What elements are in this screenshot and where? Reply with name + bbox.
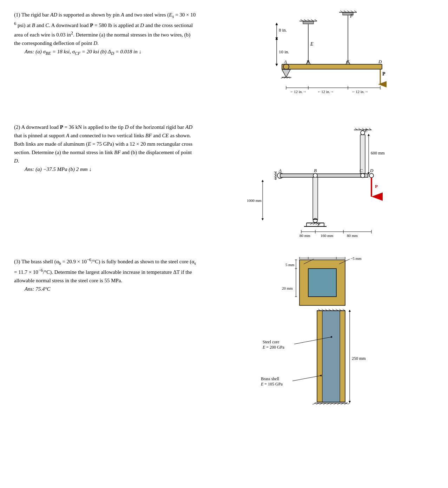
problem-1-ans: Ans: (a) σBE = 18 ksi, σCF = 20 ksi (b) … <box>25 47 197 57</box>
dim-12a: ←12 in.→ <box>290 90 307 94</box>
label-B: B <box>307 59 309 64</box>
svg-line-98 <box>312 403 316 404</box>
svg-point-56 <box>313 218 317 223</box>
page: (1) The rigid bar AD is supported as sho… <box>0 0 448 425</box>
dim-20mm-left: 20 mm <box>282 286 293 290</box>
problem-3-text: (3) The brass shell (αb = 20.9 × 10−6/°C… <box>14 256 197 293</box>
dim-1000mm: 1000 mm <box>247 198 262 203</box>
problem-3-ans: Ans: 75.4°C <box>25 285 197 293</box>
dim-12b: ←12 in.→ <box>317 90 334 94</box>
problem-1-statement: (1) The rigid bar AD is supported as sho… <box>14 11 197 47</box>
dim-8in: 8 in. <box>279 27 287 33</box>
label-A2: A <box>278 168 282 173</box>
label-steel-E: E = 200 GPa <box>262 345 284 350</box>
dim-160mm: 160 mm <box>321 233 334 238</box>
dim-5mm-a: 5 mm <box>300 256 309 257</box>
dim-80mm-a: 80 mm <box>299 233 310 238</box>
label-C2: C <box>360 168 363 173</box>
svg-rect-51 <box>280 174 368 177</box>
dim-5mm-c: 5 mm <box>285 263 295 267</box>
dim-12c: ←12 in.→ <box>352 90 368 94</box>
problem-2-text: (2) A downward load P = 36 kN is applied… <box>14 123 197 173</box>
svg-line-108 <box>348 403 350 404</box>
label-C: C <box>346 59 349 64</box>
dim-250mm: 250 mm <box>352 356 366 361</box>
label-D2: D <box>370 168 374 173</box>
problem-1-text: (1) The rigid bar AD is supported as sho… <box>14 11 197 57</box>
label-B2: B <box>314 168 317 173</box>
svg-marker-20 <box>282 70 290 77</box>
problem-2-statement: (2) A downward load P = 36 kN is applied… <box>14 123 197 165</box>
label-brass-E: E = 105 GPa <box>261 382 283 387</box>
dim-20mm-top: 20 mm <box>315 256 325 257</box>
svg-point-54 <box>313 173 317 178</box>
problem-3-row: (3) The brass shell (αb = 20.9 × 10−6/°C… <box>14 256 434 414</box>
problem-1-row: (1) The rigid bar AD is supported as sho… <box>14 11 434 109</box>
svg-rect-55 <box>313 177 318 219</box>
problem-3-statement: (3) The brass shell (αb = 20.9 × 10−6/°C… <box>14 256 197 285</box>
svg-point-53 <box>361 173 365 178</box>
problem-2-svg: E 600 mm <box>245 123 393 242</box>
label-D: D <box>378 59 382 64</box>
problem-2-ans: Ans: (a) −37.5 MPa (b) 2 mm ↓ <box>25 165 197 173</box>
problem-2-row: (2) A downward load P = 36 kN is applied… <box>14 123 434 242</box>
label-P2: P <box>375 184 378 189</box>
svg-rect-93 <box>322 311 340 402</box>
problem-2-diagram: E 600 mm <box>204 123 434 242</box>
svg-rect-18 <box>282 64 382 69</box>
svg-point-52 <box>369 173 374 178</box>
svg-line-95 <box>292 376 321 381</box>
label-A: A <box>284 59 287 64</box>
label-P: P <box>382 71 386 77</box>
label-F: F <box>350 13 353 19</box>
svg-rect-0 <box>303 21 314 24</box>
problem-1-diagram: 8 in. 10 in. <box>204 11 434 109</box>
label-steel-core: Steel core <box>263 339 279 344</box>
svg-rect-77 <box>308 269 336 297</box>
dim-10in: 10 in. <box>279 49 289 54</box>
dim-5mm-d: −5 mm <box>350 256 362 261</box>
dim-600mm: 600 mm <box>371 151 385 156</box>
problem-1-svg: 8 in. 10 in. <box>249 11 389 109</box>
problem-3-diagram: 5 mm 20 mm 5 mm 5 mm 20 mm <box>204 256 434 414</box>
dim-5mm-b: 5 mm <box>337 256 346 257</box>
label-E: E <box>310 41 314 47</box>
label-E2: E <box>364 128 368 133</box>
svg-point-42 <box>361 131 365 135</box>
dim-80mm-b: 80 mm <box>347 233 358 238</box>
problem-3-svg: 5 mm 20 mm 5 mm 5 mm 20 mm <box>252 256 386 414</box>
label-brass-shell: Brass shell <box>261 376 279 381</box>
